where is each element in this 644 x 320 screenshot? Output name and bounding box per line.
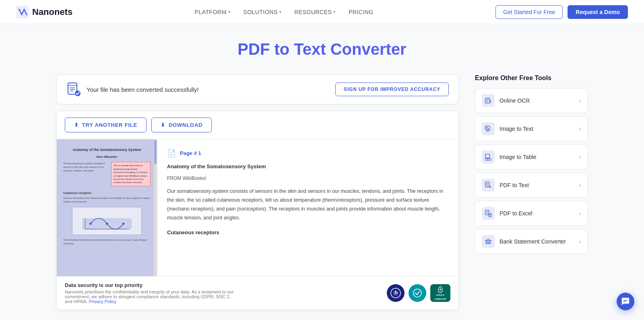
pdf-excel-icon [482, 207, 495, 220]
pdf-body-text: The somatosensory system consists of sen… [63, 162, 109, 188]
svg-point-2 [21, 14, 23, 15]
security-title: Data security is our top priority [65, 282, 234, 288]
brand-logo[interactable]: Nanonets [16, 6, 72, 19]
pdf-title: Anatomy of the Somatosensory System [63, 147, 151, 153]
nav-link-solutions[interactable]: SOLUTIONS ▾ [243, 9, 281, 15]
signup-button[interactable]: SIGN UP FOR IMPROVED ACCURACY [335, 83, 449, 96]
get-started-button[interactable]: Get Started For Free [495, 5, 563, 19]
chevron-right-icon: › [579, 210, 581, 217]
pdf-figure [72, 207, 142, 235]
nav-item-pricing[interactable]: PRICING [349, 9, 374, 15]
tool-label-online-ocr: Online OCR [500, 97, 530, 104]
svg-rect-19 [485, 154, 490, 158]
chevron-right-icon: › [579, 238, 581, 245]
download-icon: ⬇ [161, 122, 165, 128]
page-title: PDF to Text Converter [56, 40, 588, 58]
tool-item-online-ocr[interactable]: Online OCR › [475, 88, 588, 113]
download-button[interactable]: ⬇ DOWNLOAD [151, 118, 212, 132]
security-description: Nanonets prioritises the confidentiality… [65, 289, 234, 304]
privacy-link[interactable]: Privacy Policy [89, 299, 116, 304]
security-footer: Data security is our top priority Nanone… [57, 276, 458, 310]
svg-rect-28 [486, 241, 487, 243]
hipaa-symbol: HIPAA COMPLIANT [434, 286, 446, 300]
success-left: Your file has been converted successfull… [66, 82, 199, 97]
chevron-right-icon: › [579, 126, 581, 132]
ocr-icon [482, 94, 495, 107]
page-label: Page # 1 [180, 149, 201, 158]
main-nav: PLATFORM ▾ SOLUTIONS ▾ RESOURCES ▾ PRICI… [195, 9, 374, 15]
nav-link-resources[interactable]: RESOURCES ▾ [294, 9, 336, 15]
content-layout: Your file has been converted successfull… [56, 74, 588, 310]
pdf-scrollbar[interactable] [154, 139, 157, 276]
nanonets-logo-icon [16, 6, 29, 19]
pdf-text-icon [482, 179, 495, 192]
text-output[interactable]: 📄 Page # 1 Anatomy of the Somatosensory … [157, 139, 458, 276]
section-title-text: Cutaneous receptors [167, 228, 449, 237]
tool-item-image-to-text[interactable]: Image to Text › [475, 116, 588, 141]
chevron-down-icon: ▾ [279, 10, 282, 14]
svg-rect-20 [485, 159, 491, 161]
chevron-right-icon: › [579, 97, 581, 104]
upload-icon: ⬆ [74, 122, 79, 128]
panel-toolbar: ⬆ TRY ANOTHER FILE ⬇ DOWNLOAD [57, 111, 458, 139]
tool-item-left: PDF to Excel [482, 207, 533, 220]
nav-item-solutions[interactable]: SOLUTIONS ▾ [243, 9, 281, 15]
svg-rect-30 [490, 241, 491, 243]
bottom-banner: More than 1000 enterprises convert image… [56, 310, 588, 320]
main-content: PDF to Text Converter Your file has been… [40, 24, 604, 320]
svg-point-9 [106, 223, 108, 225]
pdf-preview: Anatomy of the Somatosensory System Hans… [57, 139, 157, 276]
pdf-cutaneous-text: Sensory information from distinct recept… [63, 196, 151, 204]
sidebar-title: Explore Other Free Tools [475, 74, 588, 82]
pdf-section-heading: Cutaneous receptors [63, 191, 151, 195]
chat-icon [621, 297, 630, 306]
chevron-right-icon: › [579, 182, 581, 188]
tool-label-pdf-to-text: PDF to Text [500, 182, 529, 188]
security-text: Data security is our top priority Nanone… [65, 282, 234, 304]
tool-label-image-to-table: Image to Table [500, 154, 537, 160]
svg-point-1 [19, 9, 20, 10]
nav-link-pricing[interactable]: PRICING [349, 9, 374, 15]
svg-rect-29 [488, 241, 489, 243]
tool-item-left: PDF to Text [482, 179, 529, 192]
conversion-panel: ⬆ TRY ANOTHER FILE ⬇ DOWNLOAD Anatomy of… [56, 111, 459, 310]
document-icon [66, 82, 81, 97]
svg-point-4 [26, 14, 27, 15]
tool-item-image-to-table[interactable]: Image to Table › [475, 145, 588, 169]
pdf-scrollbar-thumb [154, 140, 157, 164]
security-badges: HIPAA COMPLIANT [387, 284, 450, 302]
bank-icon [482, 235, 495, 248]
image-text-icon [482, 122, 495, 135]
tool-label-pdf-to-excel: PDF to Excel [500, 210, 533, 217]
success-banner: Your file has been converted successfull… [56, 74, 459, 104]
try-another-button[interactable]: ⬆ TRY ANOTHER FILE [65, 118, 147, 132]
tool-item-pdf-to-text[interactable]: PDF to Text › [475, 173, 588, 198]
page-header: 📄 Page # 1 [167, 147, 449, 160]
nav-item-resources[interactable]: RESOURCES ▾ [294, 9, 336, 15]
image-table-icon [482, 151, 495, 163]
brand-name: Nanonets [32, 7, 72, 17]
soc2-badge [409, 284, 426, 302]
doc-title-text: Anatomy of the Somatosensory System [167, 162, 449, 171]
hipaa-badge: HIPAA COMPLIANT [430, 284, 450, 302]
tool-label-image-to-text: Image to Text [500, 126, 533, 132]
nav-item-platform[interactable]: PLATFORM ▾ [195, 9, 231, 15]
tool-item-left: Online OCR [482, 94, 530, 107]
svg-point-3 [23, 9, 25, 10]
request-demo-button[interactable]: Request a Demo [568, 5, 628, 19]
chat-button[interactable] [617, 293, 634, 310]
page-icon: 📄 [167, 147, 176, 160]
tool-list: Online OCR › Image to Text › [475, 88, 588, 254]
svg-point-8 [89, 223, 91, 225]
from-line: FROM WikiBooks! [167, 174, 449, 182]
pdf-footer-text: The following information found at Nanon… [63, 238, 151, 246]
tool-item-left: Image to Text [482, 122, 533, 135]
nav-link-platform[interactable]: PLATFORM ▾ [195, 9, 231, 15]
tool-item-bank-statement[interactable]: Bank Statement Converter › [475, 229, 588, 254]
gdpr-badge [387, 284, 405, 302]
pdf-highlight: This is sample document to showcase page… [111, 162, 151, 186]
chevron-down-icon: ▾ [228, 10, 231, 14]
tool-item-left: Image to Table [482, 151, 537, 163]
navbar: Nanonets PLATFORM ▾ SOLUTIONS ▾ RESOURCE… [0, 0, 644, 24]
tool-item-pdf-to-excel[interactable]: PDF to Excel › [475, 201, 588, 226]
